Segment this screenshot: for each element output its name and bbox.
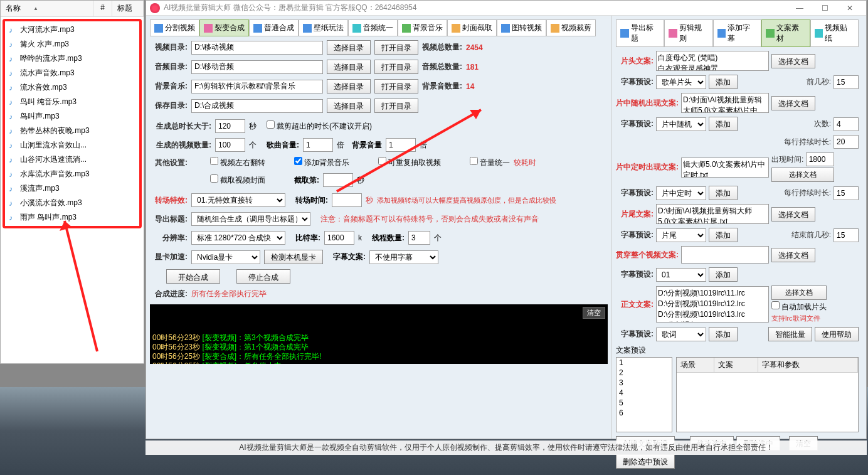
preset3-select[interactable]: 片中定时 (656, 186, 706, 200)
tab-裂变合成[interactable]: 裂变合成 (199, 19, 249, 36)
tail-text-input[interactable]: D:\封面\AI视频批量剪辑大师5.0\文案素材\片尾.txt (656, 204, 769, 224)
file-item[interactable]: 鸟叫声.mp3 (6, 109, 138, 124)
bgm-dir-choose-button[interactable]: 选择目录 (327, 79, 371, 93)
flip-checkbox[interactable]: 视频左右翻转 (210, 157, 265, 168)
transition-time-input[interactable] (332, 193, 362, 207)
video-dir-open-button[interactable]: 打开目录 (374, 40, 418, 55)
preset6-add-button[interactable]: 添加 (709, 327, 738, 341)
tab-背景音乐[interactable]: 背景音乐 (398, 19, 447, 36)
bg-vol-input[interactable] (386, 138, 416, 152)
minimize-button[interactable]: — (787, 1, 812, 15)
preset2-add-button[interactable]: 添加 (709, 117, 738, 131)
stop-button[interactable]: 停止合成 (236, 269, 290, 284)
video-dir-input[interactable] (191, 41, 323, 55)
help-button[interactable]: 使用帮助 (815, 327, 859, 341)
mid-time-input[interactable]: 辑大师5.0\文案素材\片中定时.txt (681, 157, 769, 178)
maximize-button[interactable]: ☐ (812, 1, 837, 15)
gen-count-input[interactable] (215, 138, 245, 152)
preset-item[interactable]: 5 (617, 398, 672, 408)
column-name[interactable]: 名称▲ (1, 1, 93, 16)
save-dir-input[interactable] (191, 99, 323, 113)
column-hash[interactable]: # (93, 1, 112, 16)
preset4-add-button[interactable]: 添加 (709, 228, 738, 242)
subtitle-select[interactable]: 不使用字幕 (369, 250, 438, 264)
tab-剪辑规则[interactable]: 剪辑规则 (664, 19, 712, 47)
file-item[interactable]: 大河流水声.mp3 (6, 23, 138, 37)
bgm-dir-input[interactable] (191, 80, 323, 93)
tab-壁纸玩法[interactable]: 壁纸玩法 (299, 19, 348, 36)
file-item[interactable]: 雨声 鸟叫声.mp3 (6, 210, 138, 225)
audio-dir-input[interactable] (191, 60, 323, 74)
close-button[interactable]: ✕ (837, 1, 862, 15)
body-text-list[interactable]: D:\分割视频\1019lrc\11.lrcD:\分割视频\1019lrc\12… (656, 286, 769, 323)
list-item[interactable]: D:\分割视频\1019lrc\12.lrc (658, 299, 767, 309)
preset5-add-button[interactable]: 添加 (709, 267, 738, 282)
body-choose-button[interactable]: 选择文档 (771, 286, 827, 300)
audio-dir-choose-button[interactable]: 选择目录 (327, 60, 371, 74)
delete-preset-button[interactable]: 删除选中预设 (616, 454, 675, 469)
transition-select[interactable]: 01.无特效直接转 (191, 193, 285, 207)
preset-item[interactable]: 3 (617, 378, 672, 388)
cross-text-input[interactable] (681, 246, 769, 264)
auto-load-checkbox[interactable]: 自动加载片头 (771, 301, 827, 312)
preset-item[interactable]: 1 (617, 358, 672, 368)
preset-item[interactable]: 2 (617, 368, 672, 378)
file-item[interactable]: 水库流水声音效.mp3 (6, 167, 138, 181)
preset3-add-button[interactable]: 添加 (709, 186, 738, 200)
audio-dir-open-button[interactable]: 打开目录 (374, 60, 418, 74)
file-item[interactable]: 鸟叫 纯音乐.mp3 (6, 95, 138, 109)
video-dir-choose-button[interactable]: 选择目录 (327, 40, 371, 55)
bgm-dir-open-button[interactable]: 打开目录 (374, 79, 418, 93)
preset4-select[interactable]: 片尾 (656, 228, 706, 242)
smart-batch-button[interactable]: 智能批量 (768, 327, 812, 341)
preset-list[interactable]: 123456 (616, 357, 672, 432)
threads-input[interactable] (408, 231, 430, 245)
resolution-select[interactable]: 标准 1280*720 合成快 (191, 231, 285, 245)
preset-item[interactable]: 6 (617, 408, 672, 418)
cover-frame-input[interactable] (323, 173, 353, 187)
tab-添加字幕[interactable]: 添加字幕 (713, 19, 761, 47)
gpu-select[interactable]: Nvidia显卡 (191, 250, 260, 264)
log-clear-button[interactable]: 清空 (583, 307, 605, 319)
add-bgm-checkbox[interactable]: 添加背景音乐 (294, 157, 349, 168)
each-dur-input[interactable] (834, 135, 859, 149)
preset2-select[interactable]: 片中随机 (656, 117, 706, 131)
file-item[interactable]: 溪流声.mp3 (6, 181, 138, 196)
file-item[interactable]: 小溪流水音效.mp3 (6, 196, 138, 210)
each-dur-input2[interactable] (834, 186, 859, 200)
repeat-checkbox[interactable]: 可重复抽取视频 (378, 157, 441, 168)
count-input[interactable] (834, 117, 859, 131)
column-title[interactable]: 标题 (112, 1, 144, 16)
preset-item[interactable]: 4 (617, 388, 672, 398)
file-item[interactable]: 哗哗的流水声.mp3 (6, 51, 138, 66)
start-button[interactable]: 开始合成 (166, 269, 220, 284)
tab-普通合成[interactable]: 普通合成 (249, 19, 299, 36)
save-dir-open-button[interactable]: 打开目录 (374, 99, 418, 113)
tab-文案素材[interactable]: 文案素材 (761, 19, 810, 47)
save-dir-choose-button[interactable]: 选择目录 (327, 99, 371, 113)
file-item[interactable]: 流水声音效.mp3 (6, 66, 138, 80)
file-item[interactable]: 流水音效.mp3 (6, 80, 138, 95)
song-vol-input[interactable] (303, 138, 333, 152)
tab-视频贴纸[interactable]: 视频贴纸 (810, 19, 859, 47)
mid-time-choose-button[interactable]: 选择文档 (771, 168, 834, 182)
preset1-select[interactable]: 歌单片头 (656, 75, 706, 89)
list-item[interactable]: D:\分割视频\1019lrc\13.lrc (658, 309, 767, 320)
tab-封面截取[interactable]: 封面截取 (447, 19, 497, 36)
cover-checkbox[interactable]: 截取视频封面 (210, 174, 265, 186)
preset1-add-button[interactable]: 添加 (709, 75, 738, 89)
crop-over-checkbox[interactable]: 裁剪超出的时长(不建议开启) (267, 120, 372, 132)
list-item[interactable]: D:\分割视频\1019lrc\11.lrc (658, 288, 767, 299)
file-item[interactable]: 山洞里流水音效山... (6, 138, 138, 152)
volume-checkbox[interactable]: 音量统一 (470, 157, 510, 168)
title-export-select[interactable]: 随机组合生成（调用导出标题） (191, 212, 310, 226)
head-text-input[interactable]: 白度母心咒 (梵唱) 白衣观音灵感神咒 (656, 51, 769, 71)
cross-choose-button[interactable]: 选择文档 (771, 248, 815, 262)
preset6-select[interactable]: 歌词 (656, 328, 706, 341)
bitrate-input[interactable] (324, 231, 354, 245)
tab-图转视频[interactable]: 图转视频 (497, 19, 546, 36)
mid-rand-input[interactable]: D:\封面\AI视频批量剪辑大师5.0\文案素材\片中 (681, 93, 769, 113)
list-item[interactable]: D:\分割视频\1019lrc\14.lrc (658, 320, 767, 323)
tab-分割视频[interactable]: 分割视频 (150, 19, 199, 36)
tab-音频统一[interactable]: 音频统一 (348, 19, 398, 36)
